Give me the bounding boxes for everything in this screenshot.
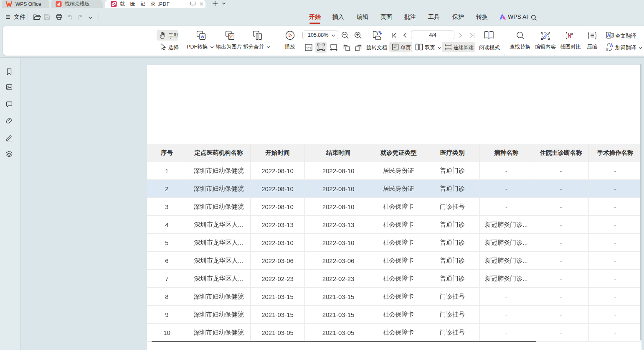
svg-text:A: A [607,33,610,38]
svg-text:文: 文 [606,48,609,51]
svg-text:W: W [200,34,204,39]
svg-text:1:1: 1:1 [306,46,312,50]
svg-text:A: A [610,43,613,48]
svg-text:文: 文 [611,34,614,37]
